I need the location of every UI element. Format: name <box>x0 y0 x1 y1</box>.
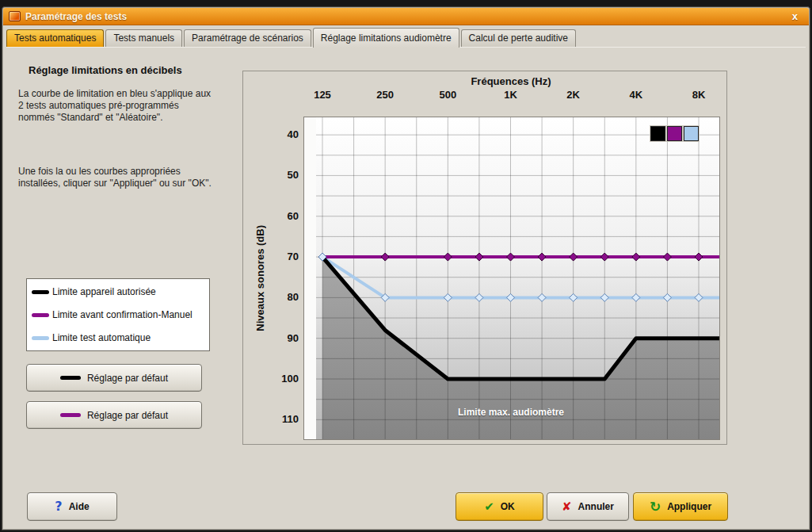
apply-button[interactable]: ↻ Appliquer <box>633 492 728 521</box>
x-tick-2k: 2K <box>566 89 580 101</box>
default-setting-purple-curve-button[interactable]: Réglage par défaut <box>26 401 202 429</box>
black-curve-swatch-icon <box>60 376 81 380</box>
app-icon <box>9 11 21 21</box>
window-title: Paramétrage des tests <box>25 11 782 22</box>
y-tick-80: 80 <box>265 291 299 303</box>
chart-legend-swatch-0[interactable] <box>650 126 665 141</box>
legend-label: Limite avant confirmation-Manuel <box>52 309 193 320</box>
default-button-label: Réglage par défaut <box>87 410 168 421</box>
legend-label: Limite appareil autorisée <box>52 286 156 297</box>
question-mark-icon: ? <box>55 500 62 513</box>
y-tick-100: 100 <box>265 373 299 385</box>
x-tick-4k: 4K <box>630 89 643 101</box>
cancel-button-label: Annuler <box>578 501 614 512</box>
y-tick-110: 110 <box>265 413 299 425</box>
title-bar[interactable]: Paramétrage des tests x <box>3 8 809 25</box>
refresh-arrows-icon: ↻ <box>650 500 661 514</box>
legend-item-limite-appareil-autorisee: Limite appareil autorisée <box>32 286 204 297</box>
limitation-curves-plot[interactable] <box>303 117 720 440</box>
legend-color-swatch <box>32 313 49 317</box>
tab-calcul-de-perte-auditive[interactable]: Calcul de perte auditive <box>461 29 576 47</box>
cancel-button[interactable]: ✘ Annuler <box>547 492 629 521</box>
check-icon: ✔ <box>484 501 494 513</box>
y-tick-40: 40 <box>265 128 299 140</box>
help-button[interactable]: ? Aide <box>27 492 117 521</box>
x-tick-1k: 1K <box>504 89 517 101</box>
legend-color-swatch <box>32 290 49 294</box>
legend-item-limite-avant-confirmation-manuel: Limite avant confirmation-Manuel <box>32 309 204 320</box>
default-button-label: Réglage par défaut <box>87 373 168 384</box>
x-icon: ✘ <box>562 501 572 513</box>
tab-tests-manuels[interactable]: Tests manuels <box>105 29 182 47</box>
y-tick-70: 70 <box>265 251 299 262</box>
chart-y-axis-title: Niveaux sonores (dB) <box>254 225 266 331</box>
purple-curve-swatch-icon <box>60 413 81 417</box>
ok-button[interactable]: ✔ OK <box>456 492 543 521</box>
audiometer-limits-chart-panel: Fréquences (Hz) Niveaux sonores (dB) Lim… <box>242 71 727 445</box>
description-paragraph-1: La courbe de limitation en bleu s'appliq… <box>18 88 216 124</box>
tab-parametrage-de-scenarios[interactable]: Paramétrage de scénarios <box>184 29 311 47</box>
close-button[interactable]: x <box>787 10 803 22</box>
chart-x-axis-title: Fréquences (Hz) <box>322 75 700 87</box>
y-tick-60: 60 <box>265 210 299 222</box>
chart-legend-swatch-1[interactable] <box>667 126 682 141</box>
chart-legend-swatch-2[interactable] <box>684 126 699 141</box>
legend-color-swatch <box>32 336 49 340</box>
default-setting-black-curve-button[interactable]: Réglage par défaut <box>26 364 202 392</box>
y-tick-50: 50 <box>265 169 299 181</box>
tab-bar: Tests automatiquesTests manuelsParamétra… <box>6 29 806 48</box>
description-paragraph-2: Une fois la ou les courbes appropriées i… <box>18 166 216 189</box>
dialog-parametrage-des-tests: Paramétrage des tests x Tests automatiqu… <box>2 6 810 530</box>
x-tick-500: 500 <box>439 89 456 101</box>
curve-legend-box: Limite appareil autoriséeLimite avant co… <box>26 278 210 351</box>
x-tick-250: 250 <box>376 89 394 101</box>
chart-y-axis-title-wrap: Niveaux sonores (dB) <box>251 117 269 440</box>
legend-label: Limite test automatique <box>52 332 151 343</box>
chart-annotation: Limite max. audiomètre <box>322 407 700 418</box>
ok-button-label: OK <box>501 501 515 512</box>
help-button-label: Aide <box>69 501 90 512</box>
x-tick-8k: 8K <box>692 89 706 101</box>
chart-legend-swatches <box>650 126 699 141</box>
tab-reglage-limitations-audiometre[interactable]: Réglage limitations audiomètre <box>313 28 459 48</box>
tab-tests-automatiques[interactable]: Tests automatiques <box>6 29 104 47</box>
y-tick-90: 90 <box>265 332 299 344</box>
legend-item-limite-test-automatique: Limite test automatique <box>32 332 204 343</box>
panel-heading: Réglage limitations en décibels <box>29 64 182 76</box>
apply-button-label: Appliquer <box>667 501 711 512</box>
x-tick-125: 125 <box>314 89 331 101</box>
